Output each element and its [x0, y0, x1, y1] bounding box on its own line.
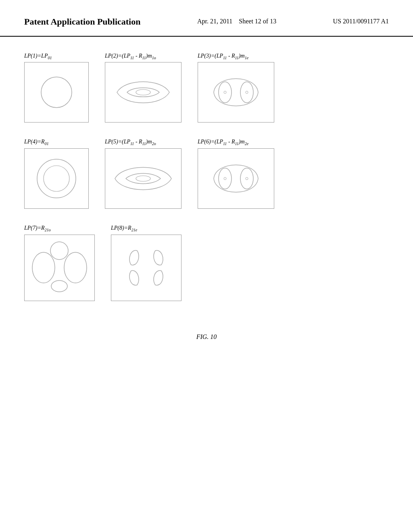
box-lp1 — [24, 62, 89, 123]
svg-point-10 — [240, 168, 253, 189]
svg-point-13 — [32, 252, 55, 283]
box-lp2 — [105, 62, 181, 123]
svg-lp7 — [28, 239, 91, 297]
svg-lp8 — [115, 239, 177, 297]
diagram-lp4: LP(4)=R01 — [24, 139, 89, 209]
svg-point-2 — [219, 82, 232, 103]
svg-lp6 — [202, 152, 270, 205]
svg-point-5 — [246, 91, 248, 94]
diagram-lp8: LP(8)=R21e — [111, 225, 181, 301]
publication-title: Patent Application Publication — [24, 16, 140, 28]
svg-lp1 — [28, 66, 85, 118]
svg-point-0 — [41, 77, 72, 108]
publication-date: Apr. 21, 2011 — [197, 18, 232, 25]
diagram-lp6: LP(6)=(LP11 - R11)m2e — [198, 139, 274, 209]
svg-point-4 — [224, 91, 226, 94]
box-lp7 — [24, 235, 95, 301]
figure-caption: FIG. 10 — [24, 333, 389, 341]
label-lp8: LP(8)=R21e — [111, 225, 137, 232]
label-lp1: LP(1)=LP01 — [24, 53, 52, 60]
label-lp7: LP(7)=R21o — [24, 225, 51, 232]
diagram-row-3: LP(7)=R21o LP(8)=R21e — [24, 225, 389, 301]
svg-point-14 — [64, 252, 87, 283]
svg-point-16 — [51, 281, 67, 292]
svg-lp5 — [109, 152, 177, 205]
svg-point-9 — [219, 168, 232, 189]
box-lp4 — [24, 148, 89, 209]
box-lp3 — [198, 62, 274, 123]
diagram-lp2: LP(2)=(LP11 - R11)m1o — [105, 53, 181, 123]
svg-point-12 — [246, 177, 248, 180]
svg-point-8 — [136, 176, 150, 181]
diagram-row-2: LP(4)=R01 LP(5)=(LP11 - R11)m2o — [24, 139, 389, 209]
svg-point-1 — [136, 89, 150, 95]
svg-lp4 — [28, 152, 85, 205]
svg-point-11 — [224, 177, 226, 180]
page-header: Patent Application Publication Apr. 21, … — [0, 0, 413, 37]
label-lp5: LP(5)=(LP11 - R11)m2o — [105, 139, 156, 146]
svg-point-3 — [240, 82, 253, 103]
svg-lp3 — [202, 66, 270, 118]
box-lp6 — [198, 148, 274, 209]
label-lp3: LP(3)=(LP11 - R11)m1e — [198, 53, 248, 60]
box-lp8 — [111, 235, 181, 301]
svg-point-6 — [37, 159, 76, 198]
diagram-row-1: LP(1)=LP01 LP(2)=(LP11 - R11)m1o — [24, 53, 389, 123]
publication-date-sheet: Apr. 21, 2011 Sheet 12 of 13 — [197, 16, 276, 27]
box-lp5 — [105, 148, 181, 209]
svg-point-7 — [44, 166, 69, 191]
main-content: LP(1)=LP01 LP(2)=(LP11 - R11)m1o — [0, 37, 413, 357]
label-lp2: LP(2)=(LP11 - R11)m1o — [105, 53, 156, 60]
diagram-lp1: LP(1)=LP01 — [24, 53, 89, 123]
label-lp6: LP(6)=(LP11 - R11)m2e — [198, 139, 248, 146]
patent-number: US 2011/0091177 A1 — [333, 16, 389, 27]
svg-point-15 — [50, 242, 68, 260]
sheet-info: Sheet 12 of 13 — [239, 18, 276, 25]
diagram-lp3: LP(3)=(LP11 - R11)m1e — [198, 53, 274, 123]
diagram-lp5: LP(5)=(LP11 - R11)m2o — [105, 139, 181, 209]
diagram-lp7: LP(7)=R21o — [24, 225, 95, 301]
label-lp4: LP(4)=R01 — [24, 139, 49, 146]
svg-lp2 — [109, 66, 177, 118]
